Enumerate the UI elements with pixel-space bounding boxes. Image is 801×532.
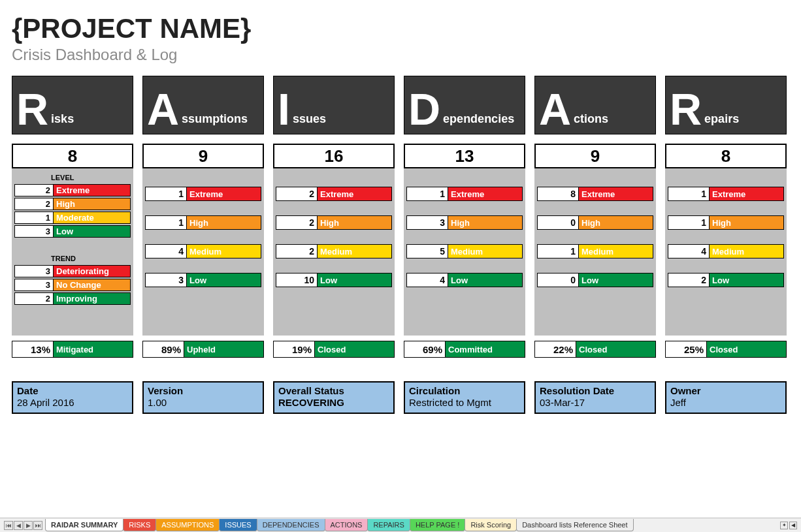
level-row: 2Improving (14, 292, 131, 305)
tab-nav-last-icon[interactable]: ⏭ (33, 521, 42, 530)
info-label: Overall Status (278, 385, 389, 397)
info-box: CirculationRestricted to Mgmt (404, 381, 525, 414)
column-header: Risks (12, 76, 133, 134)
level-label: High (579, 215, 653, 230)
level-count: 0 (537, 215, 579, 230)
level-row: 0Low (537, 273, 653, 287)
level-count: 8 (537, 187, 579, 201)
level-label: Extreme (54, 184, 131, 196)
level-row: 1Extreme (145, 187, 261, 201)
level-count: 3 (14, 265, 54, 277)
level-label: Low (54, 225, 131, 238)
level-row: 2High (276, 215, 392, 230)
level-row: 1Medium (537, 244, 653, 258)
level-count: 2 (668, 273, 710, 287)
info-value: Jeff (670, 397, 686, 408)
sheet-tab[interactable]: REPAIRS (367, 519, 410, 531)
tab-nav-prev-icon[interactable]: ◀ (14, 521, 23, 530)
breakdown-block: 1Extreme3High5Medium4Low (404, 168, 525, 336)
total-count: 9 (142, 144, 264, 168)
level-label: Extreme (448, 187, 523, 201)
percent-value: 25% (665, 341, 707, 358)
level-count: 2 (276, 244, 318, 258)
sheet-tab[interactable]: RISKS (123, 519, 156, 531)
level-count: 5 (406, 244, 448, 258)
percent-value: 19% (273, 341, 315, 358)
info-value: Restricted to Mgmt (409, 397, 491, 408)
tab-nav-buttons[interactable]: ⏮ ◀ ▶ ⏭ (1, 521, 45, 530)
column-isks: Risks8LEVEL2Extreme2High1Moderate3LowTRE… (12, 76, 133, 358)
level-count: 1 (668, 187, 710, 201)
tab-nav-next-icon[interactable]: ▶ (24, 521, 33, 530)
level-row: 2Extreme (14, 184, 131, 196)
level-row: 2Extreme (276, 187, 392, 201)
sheet-tab[interactable]: ASSUMPTIONS (155, 519, 220, 531)
header-letter: D (404, 87, 440, 134)
level-label: Extreme (187, 187, 261, 201)
sheet-tab[interactable]: ACTIONS (325, 519, 368, 531)
level-count: 10 (276, 273, 318, 287)
sheet-tab[interactable]: ISSUES (219, 519, 257, 531)
column-header: Repairs (665, 76, 787, 134)
percent-value: 69% (404, 341, 446, 358)
info-value: 1.00 (148, 397, 167, 408)
sheet-tab[interactable]: DEPENDENCIES (257, 519, 325, 531)
level-row: 1Moderate (14, 211, 131, 224)
breakdown-block: 1Extreme1High4Medium2Low (665, 168, 787, 336)
level-count: 3 (14, 225, 54, 238)
breakdown-block: 2Extreme2High2Medium10Low (273, 168, 395, 336)
total-count: 8 (12, 144, 133, 168)
level-row: 3Deteriorating (14, 265, 131, 277)
header-letter: A (535, 87, 571, 134)
level-label: Low (448, 273, 523, 287)
percent-label: Committed (446, 341, 525, 358)
column-ependencies: Dependencies131Extreme3High5Medium4Low69… (404, 76, 525, 358)
sheet-tab[interactable]: HELP PAGE ! (410, 519, 465, 531)
info-label: Owner (670, 385, 781, 397)
column-header: Actions (534, 76, 656, 134)
sheet-tab[interactable]: RAIDAR SUMMARY (45, 519, 123, 531)
level-row: 4Medium (668, 244, 784, 258)
level-count: 1 (406, 187, 448, 201)
level-label: High (54, 198, 131, 210)
level-count: 3 (406, 215, 448, 230)
info-value: RECOVERING (278, 397, 344, 408)
header-rest: ependencies (440, 112, 514, 134)
column-ssumptions: Assumptions91Extreme1High4Medium3Low89%U… (142, 76, 264, 358)
level-label: Low (187, 273, 261, 287)
percent-label: Mitigated (54, 341, 133, 358)
level-count: 2 (276, 187, 318, 201)
breakdown-block: 8Extreme0High1Medium0Low (534, 168, 656, 336)
level-count: 1 (145, 187, 187, 201)
info-value: 03-Mar-17 (540, 397, 585, 408)
level-count: 1 (668, 215, 710, 230)
level-label: Low (710, 273, 784, 287)
level-label: Improving (54, 292, 131, 305)
sheet-tab[interactable]: Dashboard lists Reference Sheet (516, 519, 633, 531)
new-sheet-icon[interactable]: ✦ (780, 522, 788, 529)
info-value: 28 April 2016 (17, 397, 74, 408)
level-label: Extreme (318, 187, 392, 201)
level-count: 1 (14, 211, 54, 224)
level-label: Low (579, 273, 653, 287)
level-row: 1High (145, 215, 261, 230)
level-row: 4Medium (145, 244, 261, 258)
header-rest: ctions (571, 112, 608, 134)
column-ssues: Issues162Extreme2High2Medium10Low19%Clos… (273, 76, 395, 358)
level-label: Extreme (579, 187, 653, 201)
level-row: 1High (668, 215, 784, 230)
level-label: No Change (54, 279, 131, 291)
header-rest: ssumptions (179, 112, 248, 134)
info-box: Resolution Date03-Mar-17 (534, 381, 656, 414)
percent-label: Closed (576, 341, 656, 358)
level-label: High (187, 215, 261, 230)
percent-row: 13%Mitigated (12, 341, 133, 358)
level-row: 1Extreme (668, 187, 784, 201)
column-header: Dependencies (404, 76, 525, 134)
sheet-tab[interactable]: Risk Scoring (465, 519, 517, 531)
level-row: 2Low (668, 273, 784, 287)
scroll-left-icon[interactable]: ◀ (789, 522, 797, 529)
column-epairs: Repairs81Extreme1High4Medium2Low25%Close… (665, 76, 787, 358)
tab-nav-first-icon[interactable]: ⏮ (4, 521, 13, 530)
level-count: 4 (406, 273, 448, 287)
